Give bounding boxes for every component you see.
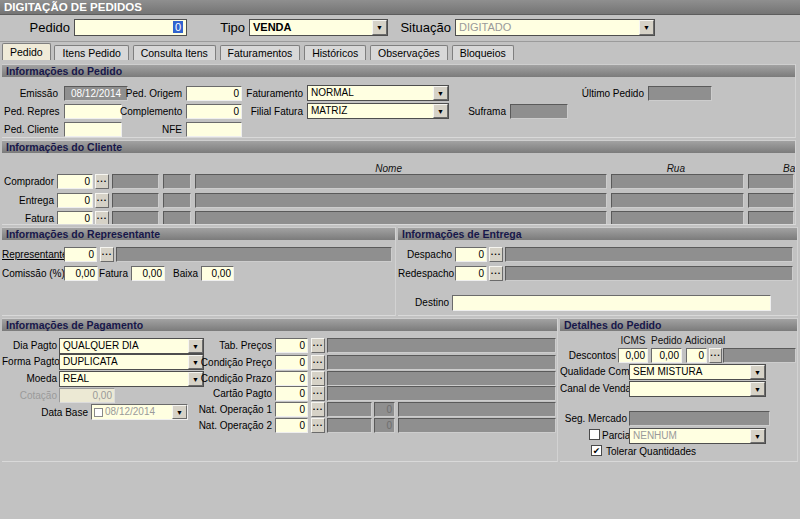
section-header: Informações do Representante [2,227,395,240]
fatura-nome-field [195,211,607,225]
redespacho-browse-button[interactable]: ... [489,266,503,281]
nat-operacao-2-input[interactable]: 0 [275,418,308,433]
tab-bloqueios[interactable]: Bloqueios [452,45,514,60]
fatura-browse-button[interactable]: ... [95,211,109,225]
condicao-preco-input[interactable]: 0 [275,355,308,370]
emissao-field: 08/12/2014 [64,86,128,101]
nat-operacao-1-input[interactable]: 0 [275,402,308,417]
entrega-label: Entrega [2,193,54,208]
desconto-desc-field [723,348,796,363]
parcial-checkbox[interactable] [589,429,600,440]
desconto-pedido-input[interactable]: 0,00 [651,348,682,363]
desconto-browse-button[interactable]: ... [709,348,722,363]
ped-repres-input[interactable] [64,104,122,119]
fatura-bairro-field [748,211,794,225]
col-nome: Nome [302,163,402,174]
tab-observacoes[interactable]: Observações [370,45,448,60]
section-header: Informações de Entrega [398,227,797,240]
parcial-combo[interactable]: NENHUM ▼ [629,428,766,444]
destino-input[interactable] [452,295,771,311]
complemento-input[interactable]: 0 [186,104,242,119]
forma-pagto-value: DUPLICATA [63,356,118,367]
comissao-fatura-input[interactable]: 0,00 [131,266,165,281]
ultimo-pedido-label: Último Pedido [572,86,644,101]
condicao-prazo-browse-button[interactable]: ... [311,371,325,386]
data-base-value: 08/12/2014 [105,406,155,417]
section-header: Informações de Pagamento [2,318,557,331]
tipo-combo[interactable]: VENDA ▼ [249,19,388,36]
section-informacoes-representante: Informações do Representante Representan… [2,227,396,316]
filial-fatura-combo[interactable]: MATRIZ ▼ [307,103,449,119]
nfe-label: NFE [120,122,182,137]
canal-vendas-combo[interactable]: ▼ [629,381,766,397]
tab-pedido[interactable]: Pedido [2,43,51,60]
comissao-input[interactable]: 0,00 [64,266,98,281]
nat-operacao-1-label: Nat. Operação 1 [162,402,272,417]
situacao-combo[interactable]: DIGITADO ▼ [455,19,655,36]
entrega-input[interactable]: 0 [57,193,93,208]
section-header: Informações do Pedido [2,64,795,77]
fatura-input[interactable]: 0 [57,211,93,225]
tab-consulta-itens[interactable]: Consulta Itens [133,45,216,60]
condicao-prazo-input[interactable]: 0 [275,371,308,386]
nat-operacao-1-aux-field: 0 [374,402,395,417]
cotacao-label: Cotação [2,388,57,403]
situacao-value: DIGITADO [459,21,511,33]
pedido-input[interactable]: 0 [74,19,187,36]
redespacho-input[interactable]: 0 [455,266,487,281]
cartao-pagto-input[interactable]: 0 [275,386,308,401]
representante-input[interactable]: 0 [64,247,97,262]
condicao-preco-browse-button[interactable]: ... [311,355,325,370]
key-bar: Pedido 0 Tipo VENDA ▼ Situação DIGITADO … [0,15,800,42]
representante-browse-button[interactable]: ... [100,247,114,262]
nfe-input[interactable] [186,122,242,137]
nat-operacao-1-browse-button[interactable]: ... [311,402,325,417]
desconto-adicional-input[interactable]: 0 [686,348,707,363]
tab-precos-input[interactable]: 0 [275,338,308,353]
nat-operacao-2-aux-field: 0 [374,418,395,433]
window-title: DIGITAÇÃO DE PEDIDOS [0,0,800,15]
seg-mercado-label: Seg. Mercado [560,411,627,426]
tab-precos-browse-button[interactable]: ... [311,338,325,353]
comprador-browse-button[interactable]: ... [95,174,109,189]
nat-operacao-2-label: Nat. Operação 2 [162,418,272,433]
despacho-input[interactable]: 0 [455,247,487,262]
despacho-browse-button[interactable]: ... [489,247,503,262]
section-header: Informações do Cliente [2,140,795,153]
seg-mercado-field [629,411,770,426]
condicao-prazo-label: Condição Prazo [162,371,272,386]
dia-pagto-label: Dia Pagto [2,338,57,353]
tab-itens-pedido[interactable]: Itens Pedido [54,45,128,60]
col-bairro: Bairro [783,163,796,174]
dropdown-arrow-icon[interactable]: ▼ [750,429,765,443]
faturamento-combo[interactable]: NORMAL ▼ [307,85,449,101]
entrega-browse-button[interactable]: ... [95,193,109,208]
desconto-icms-input[interactable]: 0,00 [618,348,648,363]
parcial-value: NENHUM [633,430,677,441]
qualidade-coml-combo[interactable]: SEM MISTURA ▼ [629,364,766,380]
representante-label: Representante [2,247,62,262]
dropdown-arrow-icon[interactable]: ▼ [433,86,448,100]
nat-operacao-2-code-field [327,418,372,433]
tab-precos-desc-field [327,338,556,353]
nat-operacao-2-browse-button[interactable]: ... [311,418,325,433]
tab-faturamentos[interactable]: Faturamentos [220,45,301,60]
data-base-checkbox[interactable] [94,408,103,417]
dropdown-arrow-icon[interactable]: ▼ [750,382,765,396]
tolerar-quantidades-checkbox[interactable]: ✔ [591,445,602,456]
dropdown-arrow-icon[interactable]: ▼ [372,20,387,35]
dropdown-arrow-icon[interactable]: ▼ [433,104,448,118]
ped-cliente-input[interactable] [64,122,122,137]
section-informacoes-entrega: Informações de Entrega Despacho 0 ... Re… [398,227,798,316]
cartao-pagto-browse-button[interactable]: ... [311,386,325,401]
comprador-input[interactable]: 0 [57,174,93,189]
data-base-label: Data Base [22,405,88,420]
dropdown-arrow-icon[interactable]: ▼ [639,20,654,35]
tab-historicos[interactable]: Históricos [304,45,366,60]
ped-origem-input[interactable]: 0 [186,86,242,101]
dropdown-arrow-icon[interactable]: ▼ [750,365,765,379]
suframa-label: Suframa [452,104,506,119]
baixa-input[interactable]: 0,00 [201,266,234,281]
qualidade-coml-value: SEM MISTURA [633,366,702,377]
section-detalhes-pedido: Detalhes do Pedido ICMS Pedido Adicional… [560,318,798,462]
